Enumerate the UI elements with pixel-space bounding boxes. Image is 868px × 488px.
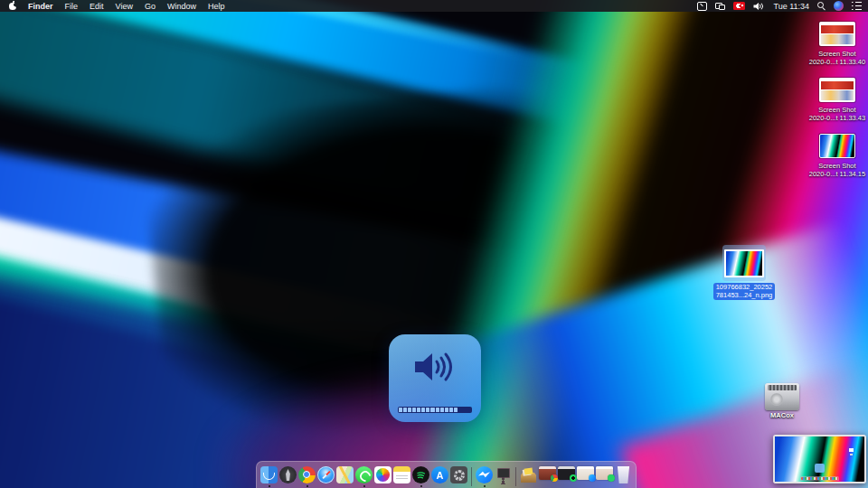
selection-highlight <box>722 245 766 281</box>
menu-finder[interactable]: Finder <box>28 2 53 11</box>
dock-item-camera-tripod-app[interactable] <box>495 466 512 487</box>
safari-icon <box>317 466 335 483</box>
minimized-window-thumbnail <box>539 466 556 480</box>
dock-item-downloads-stack[interactable] <box>520 466 537 487</box>
dock-item-finder[interactable] <box>260 466 278 487</box>
pip-dock <box>800 476 840 481</box>
desktop-icon-screenshot-2[interactable]: Screen Shot 2020-0...t 11.33.43 <box>807 78 867 122</box>
siri-icon[interactable] <box>834 1 844 11</box>
trash-icon <box>617 466 630 483</box>
pip-volume-hud <box>815 464 825 473</box>
minimized-window-thumbnail <box>558 466 575 480</box>
menu-file[interactable]: File <box>65 2 79 11</box>
desktop-icon-screenshot-3[interactable]: Screen Shot 2020-0...t 11.34.15 <box>807 134 867 178</box>
png-thumbnail <box>724 249 764 277</box>
menu-window[interactable]: Window <box>167 2 196 11</box>
speaker-icon <box>411 349 458 385</box>
dock-item-maps[interactable] <box>336 466 354 487</box>
dock-item-notes[interactable] <box>393 466 410 487</box>
launchpad-icon <box>279 466 297 483</box>
icon-label: Screen Shot 2020-0...t 11.33.40 <box>809 51 865 66</box>
turkish-flag-input-icon[interactable] <box>733 2 745 10</box>
menu-go[interactable]: Go <box>145 2 156 11</box>
selected-file-label: 109766832_20252 781453...24_n.png <box>713 283 776 300</box>
icon-label: Screen Shot 2020-0...t 11.34.15 <box>809 163 865 178</box>
volume-hud <box>389 334 481 422</box>
dock-separator <box>515 467 516 486</box>
menu-bar: Finder File Edit View Go Window Help Tue… <box>0 0 868 12</box>
notification-center-icon[interactable] <box>852 2 862 10</box>
dock-item-app-store[interactable]: A <box>431 466 448 487</box>
apple-menu-icon[interactable] <box>9 2 16 10</box>
minimized-window-thumbnail <box>596 466 613 480</box>
screenshot-thumbnail <box>819 22 855 46</box>
screenshot-thumbnail <box>819 78 855 102</box>
maps-icon <box>336 466 354 483</box>
menu-help[interactable]: Help <box>208 2 225 11</box>
menu-edit[interactable]: Edit <box>90 2 104 11</box>
dock-item-safari[interactable] <box>317 466 335 487</box>
hard-drive-icon <box>765 383 799 410</box>
messenger-icon <box>476 466 493 483</box>
finder-icon <box>260 466 278 483</box>
pip-desktop-icons <box>849 448 854 452</box>
screenshot-thumbnail <box>819 134 855 158</box>
desktop-icon-screenshot-1[interactable]: Screen Shot 2020-0...t 11.33.40 <box>807 22 867 66</box>
desktop-icon-selected-png[interactable]: 109766832_20252 781453...24_n.png <box>712 245 777 300</box>
desktop-icon-drive[interactable]: MACox <box>762 383 802 420</box>
dock-item-messenger[interactable] <box>476 466 493 487</box>
dock-item-whatsapp[interactable] <box>355 466 373 487</box>
whatsapp-icon <box>355 466 373 483</box>
app-store-glyph: A <box>437 470 444 481</box>
screen-mirroring-icon[interactable] <box>697 2 707 11</box>
menu-view[interactable]: View <box>116 2 133 11</box>
dock-item-minimized-whatsapp-window[interactable] <box>596 466 613 487</box>
downloads-stack-icon <box>520 466 537 483</box>
chrome-icon <box>298 466 316 483</box>
camera-tripod-icon <box>495 466 512 483</box>
dock-item-minimized-messenger-window[interactable] <box>577 466 594 487</box>
spotlight-icon[interactable] <box>817 2 826 10</box>
dock-item-system-preferences[interactable] <box>450 466 467 487</box>
minimized-window-thumbnail <box>577 466 594 480</box>
dock-item-trash[interactable] <box>615 466 632 487</box>
menu-bar-status-area: Tue 11:34 <box>697 1 868 11</box>
dock-item-minimized-spotify-window[interactable] <box>558 466 575 487</box>
dock-item-photos[interactable] <box>374 466 392 487</box>
desktop-icon-column: Screen Shot 2020-0...t 11.33.40 Screen S… <box>807 22 867 178</box>
dock-item-spotify[interactable] <box>412 466 429 487</box>
icon-label: Screen Shot 2020-0...t 11.33.43 <box>809 107 865 122</box>
dock-item-launchpad[interactable] <box>279 466 297 487</box>
app-store-icon: A <box>431 466 448 483</box>
gear-icon <box>450 466 467 483</box>
dock-item-minimized-chrome-window[interactable] <box>539 466 556 487</box>
dock: A <box>256 461 637 488</box>
dock-separator <box>471 467 472 486</box>
volume-icon[interactable] <box>753 2 765 11</box>
pip-wallpaper <box>775 436 864 482</box>
menu-clock[interactable]: Tue 11:34 <box>773 2 809 11</box>
volume-level-bar <box>398 407 472 413</box>
drive-label: MACox <box>770 412 794 420</box>
photos-icon <box>374 466 392 483</box>
spotify-icon <box>412 466 429 483</box>
dock-item-chrome[interactable] <box>298 466 316 487</box>
screenshot-preview-thumbnail[interactable] <box>773 435 866 483</box>
sidecar-displays-icon[interactable] <box>715 3 725 10</box>
notes-icon <box>393 466 410 483</box>
